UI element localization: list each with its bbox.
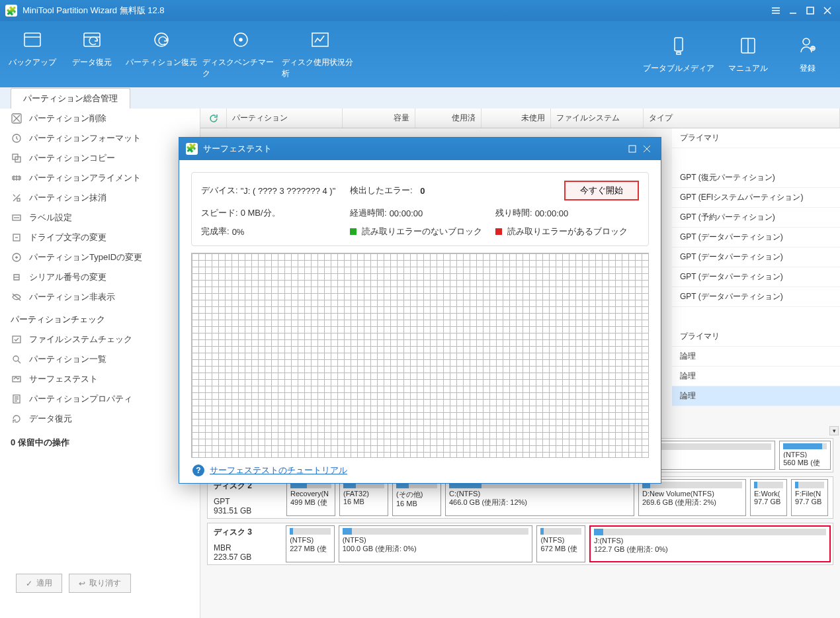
sidebar-op-1[interactable]: パーティションフォーマット	[5, 128, 194, 148]
ribbon-bench[interactable]: ディスクベンチマーク	[201, 25, 280, 83]
col-used[interactable]: 使用済	[415, 109, 482, 128]
disk3-part-1[interactable]: (NTFS)100.0 GB (使用済: 0%)	[339, 525, 533, 562]
svg-rect-1	[24, 33, 40, 46]
op-icon-0	[11, 113, 22, 124]
pending-operations: 0 保留中の操作	[5, 429, 194, 457]
disk2-part-5[interactable]: E:Work(97.7 GB	[750, 479, 787, 516]
start-now-button[interactable]: 今すぐ開始	[564, 181, 639, 200]
type-row-0[interactable]: プライマリ	[672, 128, 840, 148]
sidebar-check-4[interactable]: データ復元	[5, 409, 194, 429]
op-icon-9	[11, 292, 22, 302]
type-row-11[interactable]: 論理	[672, 347, 840, 367]
sidebar-check-2[interactable]: サーフェステスト	[5, 369, 194, 389]
sidebar-op-4[interactable]: パーティション抹消	[5, 188, 194, 208]
menu-icon[interactable]	[769, 3, 783, 18]
type-row-4[interactable]: GPT (予約パーティション)	[672, 208, 840, 228]
type-row-12[interactable]: 論理	[672, 367, 840, 386]
boot-icon	[668, 35, 689, 56]
ribbon-manual[interactable]: マニュアル	[718, 31, 778, 78]
sidebar-op-5[interactable]: ラベル設定	[5, 208, 194, 228]
col-capacity[interactable]: 容量	[343, 109, 415, 128]
sidebar-op-6[interactable]: ドライブ文字の変更	[5, 228, 194, 247]
prec-icon	[151, 29, 172, 50]
disk2-part-1[interactable]: (FAT32)16 MB	[339, 479, 388, 516]
disk2-part-4[interactable]: D:New Volume(NTFS)269.6 GB (使用済: 2%)	[638, 479, 746, 516]
tutorial-link-row: ? サーフェステストのチュートリアル	[191, 458, 649, 476]
disk2-part-2[interactable]: (その他)16 MB	[392, 479, 441, 516]
sidebar-op-9[interactable]: パーティション非表示	[5, 287, 194, 307]
type-row-2[interactable]: GPT (復元パーティション)	[672, 168, 840, 188]
dialog-maximize-icon[interactable]	[625, 144, 640, 154]
apply-row: ✓ 適用 ↩ 取り消す	[11, 574, 136, 593]
ribbon-recover[interactable]: データ復元	[62, 25, 122, 83]
svg-rect-6	[312, 33, 328, 46]
disk2-part-3[interactable]: C:(NTFS)466.0 GB (使用済: 12%)	[445, 479, 634, 516]
type-row-8[interactable]: GPT (データパーティション)	[672, 287, 840, 307]
bench-icon	[230, 29, 251, 50]
apply-button[interactable]: ✓ 適用	[16, 574, 62, 593]
ribbon-backup[interactable]: バックアップ	[3, 25, 62, 83]
type-row-13[interactable]: 論理	[672, 386, 840, 406]
op-icon-3	[11, 173, 22, 183]
ribbon-register[interactable]: 登録	[778, 31, 837, 78]
undo-button[interactable]: ↩ 取り消す	[69, 574, 131, 593]
disk2-part-0[interactable]: Recovery(N499 MB (使	[286, 479, 335, 516]
sidebar-check-1[interactable]: パーティション一覧	[5, 349, 194, 369]
col-unused[interactable]: 未使用	[482, 109, 551, 128]
svg-point-22	[13, 356, 19, 361]
minimize-icon[interactable]	[786, 3, 800, 18]
sidebar-op-8[interactable]: シリアル番号の変更	[5, 267, 194, 287]
check-icon-4	[11, 414, 22, 424]
refresh-icon[interactable]	[200, 109, 227, 128]
sidebar: パーティション削除パーティションフォーマットパーティションコピーパーティションア…	[0, 109, 200, 618]
type-row-1	[672, 148, 840, 168]
sidebar-check-3[interactable]: パーティションプロパティ	[5, 389, 194, 409]
maximize-icon[interactable]	[803, 3, 818, 18]
ribbon-prec[interactable]: パーティション復元	[122, 25, 201, 83]
disk1-part-d[interactable]: (NTFS)560 MB (使	[779, 441, 831, 470]
sidebar-group-check[interactable]: パーティションチェック ⌃	[5, 307, 194, 330]
svg-rect-17	[17, 199, 20, 201]
disk2-info: ディスク 2GPT931.51 GB	[210, 479, 282, 516]
disk3-part-0[interactable]: (NTFS)227 MB (使	[286, 525, 335, 562]
scroll-down-icon[interactable]: ▾	[829, 426, 839, 435]
op-icon-2	[11, 153, 22, 163]
check-icon-0	[11, 334, 22, 345]
app-title: MiniTool Partition Wizard 無料版 12.8	[22, 5, 766, 17]
dialog-logo-icon: 🧩	[186, 143, 198, 155]
dialog-titlebar: 🧩 サーフェステスト	[179, 138, 661, 160]
sidebar-group-label: パーティションチェック	[11, 314, 105, 326]
disk3-part-2[interactable]: (NTFS)672 MB (使	[536, 525, 585, 562]
type-row-7[interactable]: GPT (データパーティション)	[672, 267, 840, 287]
close-icon[interactable]	[820, 3, 835, 18]
svg-point-5	[239, 38, 242, 41]
op-icon-5	[11, 212, 22, 223]
disk2-part-6[interactable]: F:File(N97.7 GB	[791, 479, 828, 516]
type-row-6[interactable]: GPT (データパーティション)	[672, 247, 840, 267]
col-filesystem[interactable]: ファイルシステム	[551, 109, 644, 128]
legend-bad-icon	[495, 228, 502, 235]
sidebar-op-0[interactable]: パーティション削除	[5, 109, 194, 128]
dialog-close-icon[interactable]	[640, 144, 654, 154]
col-type[interactable]: タイプ	[644, 109, 840, 128]
type-row-10[interactable]: プライマリ	[672, 327, 840, 347]
sidebar-op-2[interactable]: パーティションコピー	[5, 148, 194, 168]
disk3-part-3[interactable]: J:(NTFS)122.7 GB (使用済: 0%)	[589, 525, 831, 562]
surface-test-dialog: 🧩 サーフェステスト デバイス: "J: ( ???? 3 ??????? 4 …	[179, 137, 661, 484]
grid-header: パーティション 容量 使用済 未使用 ファイルシステム タイプ	[200, 109, 840, 128]
sidebar-op-7[interactable]: パーティションTypeIDの変更	[5, 247, 194, 267]
tutorial-link[interactable]: サーフェステストのチュートリアル	[210, 464, 347, 476]
ribbon-analyze[interactable]: ディスク使用状況分析	[280, 25, 360, 83]
sidebar-check-0[interactable]: ファイルシステムチェック	[5, 330, 194, 349]
app-logo-icon: 🧩	[5, 5, 17, 17]
register-icon	[797, 35, 818, 56]
dialog-info-panel: デバイス: "J: ( ???? 3 ??????? 4 )" 検出したエラー:…	[191, 172, 649, 246]
sidebar-op-3[interactable]: パーティションアライメント	[5, 168, 194, 188]
ribbon-boot[interactable]: ブータブルメディア	[639, 31, 718, 78]
dialog-title: サーフェステスト	[203, 143, 625, 155]
col-partition[interactable]: パーティション	[227, 109, 343, 128]
svg-rect-7	[675, 38, 683, 51]
type-row-5[interactable]: GPT (データパーティション)	[672, 228, 840, 247]
tab-partition-mgmt[interactable]: パーティション総合管理	[11, 88, 130, 109]
type-row-3[interactable]: GPT (EFIシステムパーティション)	[672, 188, 840, 208]
